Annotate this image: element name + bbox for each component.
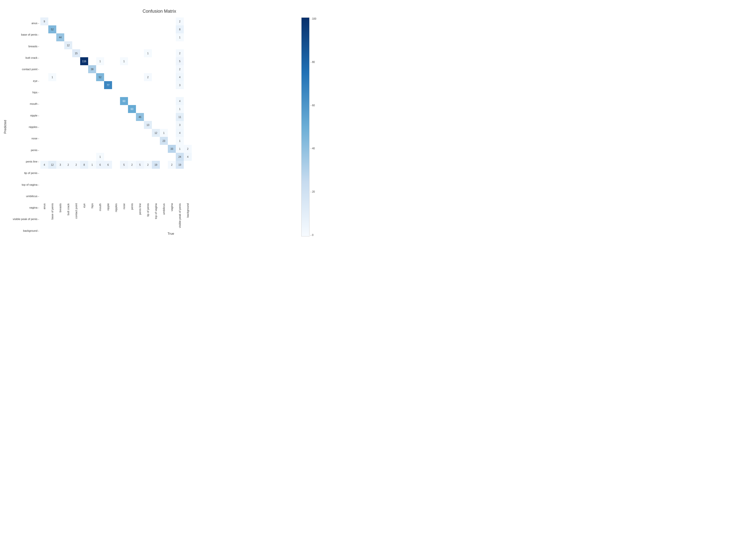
- cell-value: 19: [178, 163, 181, 166]
- matrix-cell: [184, 161, 192, 169]
- matrix-cell: 1: [48, 73, 56, 81]
- matrix-cell: [40, 105, 48, 113]
- matrix-cell: [160, 65, 168, 73]
- cell-value: 1: [163, 132, 164, 134]
- matrix-cell: [168, 113, 176, 121]
- matrix-cell: [120, 18, 128, 25]
- matrix-cell: [80, 33, 88, 41]
- matrix-cell: [160, 105, 168, 113]
- matrix-cell: [128, 25, 136, 33]
- cell-value: 4: [179, 100, 181, 103]
- matrix-cell: [80, 89, 88, 97]
- matrix-cell: 1: [120, 57, 128, 65]
- cell-value: 77: [107, 84, 109, 87]
- matrix-cell: 4: [176, 129, 184, 137]
- matrix-cell: [184, 97, 192, 105]
- matrix-cell: [152, 105, 160, 113]
- y-tick-label: penis -: [8, 146, 39, 154]
- cell-value: 52: [51, 28, 54, 31]
- y-tick-label: nipple -: [8, 111, 39, 119]
- matrix-cell: [152, 73, 160, 81]
- y-tick-label: base of penis -: [8, 31, 39, 38]
- matrix-cell: [64, 105, 72, 113]
- matrix-cell: [160, 25, 168, 33]
- cell-value: 1: [147, 52, 149, 55]
- matrix-cell: [88, 73, 96, 81]
- chart-container: Confusion Matrix Predicted anus -base of…: [0, 5, 319, 239]
- matrix-cell: [80, 105, 88, 113]
- matrix-cell: [88, 137, 96, 145]
- matrix-cell: [128, 49, 136, 57]
- matrix-cell: [152, 25, 160, 33]
- cell-value: 12: [51, 163, 54, 166]
- matrix-cell: [136, 33, 144, 41]
- matrix-cell: [112, 105, 120, 113]
- matrix-cell: [104, 73, 112, 81]
- matrix-cell: 1: [96, 57, 104, 65]
- cell-value: 5: [179, 60, 181, 63]
- matrix-cell: [64, 113, 72, 121]
- cell-value: 1: [179, 36, 181, 39]
- matrix-cell: 1: [88, 161, 96, 169]
- matrix-cell: [184, 73, 192, 81]
- y-tick-label: vagina -: [8, 204, 39, 212]
- matrix-cell: 1: [176, 137, 184, 145]
- matrix-cell: [96, 25, 104, 33]
- matrix-cell: [160, 161, 168, 169]
- matrix-cell: [144, 41, 152, 49]
- y-axis-label: Predicted: [2, 18, 7, 236]
- cell-value: 4: [44, 163, 45, 166]
- matrix-cell: [136, 145, 144, 153]
- matrix-cell: 23: [160, 137, 168, 145]
- y-tick-label: mouth -: [8, 100, 39, 108]
- matrix-cell: 116: [80, 57, 88, 65]
- matrix-cell: [112, 65, 120, 73]
- matrix-cell: [136, 153, 144, 161]
- matrix-cell: [120, 41, 128, 49]
- cell-value: 12: [154, 132, 157, 134]
- matrix-cell: [144, 25, 152, 33]
- cell-value: 116: [82, 60, 86, 63]
- matrix-cell: [120, 113, 128, 121]
- matrix-cell: [96, 33, 104, 41]
- matrix-cell: [48, 57, 56, 65]
- matrix-cell: [48, 33, 56, 41]
- matrix-cell: [120, 145, 128, 153]
- matrix-cell: 52: [96, 73, 104, 81]
- matrix-cell: [120, 33, 128, 41]
- cell-value: 2: [179, 52, 181, 55]
- matrix-cell: [168, 25, 176, 33]
- matrix-cell: [168, 89, 176, 97]
- matrix-cell: 2: [176, 49, 184, 57]
- cell-value: 1: [52, 76, 53, 79]
- matrix-cell: [64, 18, 72, 25]
- matrix-cell: 1: [160, 129, 168, 137]
- matrix-cell: [104, 18, 112, 25]
- matrix-cell: 2: [184, 145, 192, 153]
- matrix-cell: [72, 121, 80, 129]
- matrix-cell: [64, 65, 72, 73]
- matrix-cell: [104, 137, 112, 145]
- matrix-cell: [72, 153, 80, 161]
- matrix-cell: [176, 41, 184, 49]
- colorbar-tick-label: - 20: [310, 190, 316, 193]
- matrix-cell: 2: [176, 18, 184, 25]
- matrix-cell: 5: [136, 161, 144, 169]
- matrix-cell: [56, 113, 64, 121]
- matrix-cell: [160, 153, 168, 161]
- matrix-cell: 11: [176, 113, 184, 121]
- matrix-cell: [112, 97, 120, 105]
- cell-value: 3: [179, 124, 181, 127]
- matrix-cell: 3: [176, 81, 184, 89]
- x-tick-label: breasts: [56, 203, 64, 231]
- matrix-cell: [120, 129, 128, 137]
- matrix-cell: 46: [136, 113, 144, 121]
- matrix-cell: [112, 73, 120, 81]
- matrix-cell: [136, 25, 144, 33]
- matrix-cell: [72, 129, 80, 137]
- matrix-cell: [56, 65, 64, 73]
- matrix-cell: [184, 49, 192, 57]
- matrix-cell: [64, 137, 72, 145]
- matrix-cell: 2: [128, 161, 136, 169]
- matrix-cell: [168, 81, 176, 89]
